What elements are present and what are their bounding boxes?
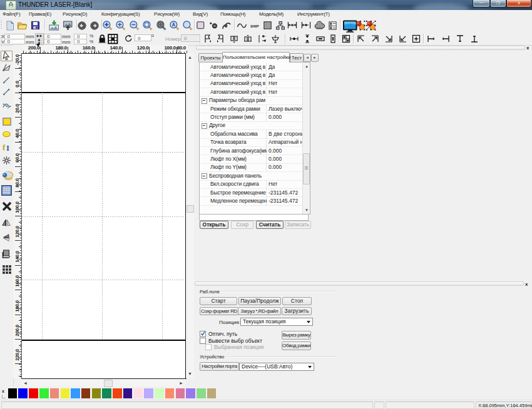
svg-text:BMP: BMP (250, 24, 258, 28)
svg-text:I: I (6, 143, 9, 153)
svg-text:f: f (3, 143, 6, 152)
